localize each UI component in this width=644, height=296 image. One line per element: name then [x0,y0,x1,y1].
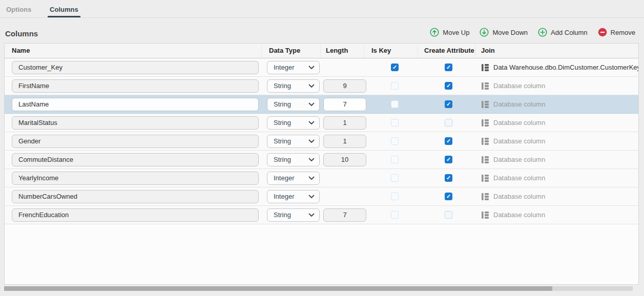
column-name-input[interactable] [12,172,259,185]
is-key-cell [364,211,418,219]
create-attribute-checkbox[interactable] [445,119,452,126]
join-cell[interactable]: Database column [475,211,638,219]
table-row[interactable]: String [5,151,638,169]
database-column-icon [481,119,489,127]
data-type-select[interactable]: Integer [267,61,320,74]
length-input[interactable] [323,208,366,222]
column-name-input[interactable] [12,116,259,130]
length-input[interactable] [323,79,366,93]
create-attribute-checkbox[interactable] [445,64,452,71]
join-cell[interactable]: Database column [475,82,638,90]
data-type-value: String [274,156,291,163]
create-attribute-cell [418,82,475,90]
table-row[interactable]: Integer [5,187,638,206]
column-name-input[interactable] [12,79,259,93]
table-row[interactable]: String [5,132,638,151]
length-cell [321,135,364,148]
length-input[interactable] [323,116,366,130]
create-attribute-cell [418,193,475,200]
column-name-input[interactable] [12,208,259,222]
data-type-select[interactable]: String [267,153,320,166]
join-cell[interactable]: Database column [475,174,638,182]
create-attribute-checkbox[interactable] [445,193,452,200]
is-key-cell [364,64,418,71]
is-key-checkbox[interactable] [391,211,399,219]
is-key-checkbox[interactable] [391,82,399,90]
data-type-select[interactable]: Integer [267,172,320,185]
add-column-label: Add Column [551,29,588,36]
name-cell [5,79,262,93]
data-type-cell: String [262,98,321,111]
create-attribute-checkbox[interactable] [445,82,452,90]
arrow-up-circle-icon [430,28,439,37]
table-row[interactable]: String [5,114,638,132]
is-key-checkbox[interactable] [391,100,399,108]
data-type-value: Integer [274,193,294,200]
data-type-select[interactable]: String [267,98,320,111]
join-cell[interactable]: Data Warehouse.dbo.DimCustomer.CustomerK… [475,64,638,72]
length-input[interactable] [323,98,366,111]
table-row[interactable]: String [5,95,638,114]
is-key-checkbox[interactable] [391,193,399,200]
create-attribute-cell [418,100,475,108]
data-type-value: String [274,137,291,145]
is-key-checkbox[interactable] [391,137,399,145]
join-cell[interactable]: Database column [475,137,638,145]
length-input[interactable] [323,135,366,148]
data-type-cell: String [262,116,321,130]
table-row[interactable]: String [5,77,638,95]
column-name-input[interactable] [12,61,259,74]
data-type-select[interactable]: String [267,116,320,130]
is-key-checkbox[interactable] [391,64,399,71]
join-cell[interactable]: Database column [475,100,638,109]
join-cell[interactable]: Database column [475,156,638,164]
create-attribute-cell [418,64,475,71]
header-is-key: Is Key [364,44,418,58]
join-cell[interactable]: Database column [475,193,638,201]
chevron-down-icon [308,158,315,162]
data-type-value: String [274,119,291,126]
join-label: Database column [493,211,545,219]
join-cell[interactable]: Database column [475,119,638,127]
move-down-button[interactable]: Move Down [480,28,528,37]
create-attribute-checkbox[interactable] [445,174,452,182]
add-column-button[interactable]: Add Column [538,28,588,37]
join-label: Database column [493,193,545,200]
chevron-down-icon [308,176,315,180]
data-type-value: String [274,211,291,219]
database-column-icon [481,211,489,219]
move-up-button[interactable]: Move Up [430,28,469,37]
create-attribute-checkbox[interactable] [445,137,452,145]
table-row[interactable]: Integer [5,58,638,77]
data-type-cell: String [262,208,321,222]
table-row[interactable]: String [5,206,638,224]
column-name-input[interactable] [12,153,259,166]
create-attribute-checkbox[interactable] [445,100,452,108]
tab-columns[interactable]: Columns [48,0,80,17]
data-type-select[interactable]: Integer [267,190,320,203]
is-key-cell [364,100,418,108]
is-key-cell [364,174,418,182]
move-up-label: Move Up [443,29,469,36]
horizontal-scrollbar-track[interactable] [4,286,633,291]
length-input[interactable] [323,153,366,166]
is-key-checkbox[interactable] [391,174,399,182]
is-key-checkbox[interactable] [391,156,399,163]
data-type-value: String [274,82,291,90]
header-create-attribute: Create Attribute [418,44,475,58]
tab-options[interactable]: Options [4,0,33,17]
plus-circle-icon [538,28,547,37]
column-name-input[interactable] [12,190,259,203]
column-name-input[interactable] [12,98,259,111]
remove-button[interactable]: Remove [598,28,635,37]
is-key-checkbox[interactable] [391,119,399,126]
data-type-select[interactable]: String [267,208,320,222]
column-name-input[interactable] [12,135,259,148]
create-attribute-cell [418,156,475,163]
horizontal-scrollbar-thumb[interactable] [4,286,552,291]
data-type-select[interactable]: String [267,79,320,93]
create-attribute-checkbox[interactable] [445,211,452,219]
data-type-select[interactable]: String [267,135,320,148]
table-row[interactable]: Integer [5,169,638,187]
create-attribute-checkbox[interactable] [445,156,452,163]
